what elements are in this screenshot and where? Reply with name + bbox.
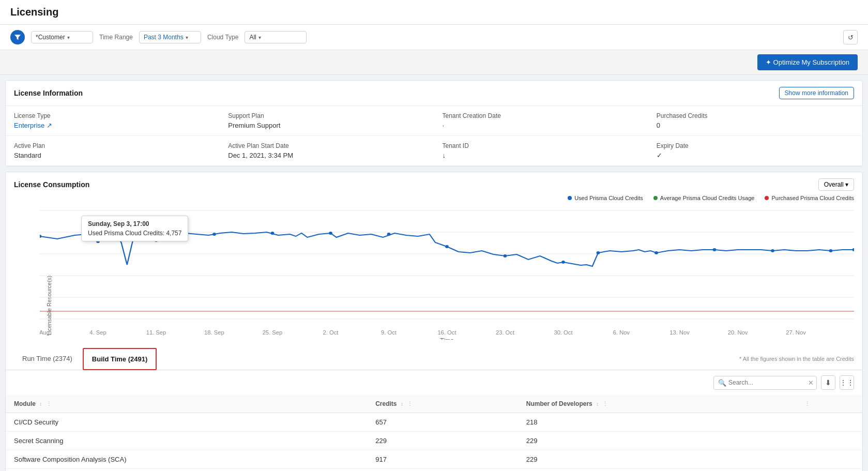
active-plan-start-cell: Active Plan Start Date Dec 1, 2021, 3:34… [220, 136, 434, 166]
svg-text:20. Nov: 20. Nov [728, 330, 748, 336]
svg-text:25. Sep: 25. Sep [263, 330, 283, 336]
svg-point-20 [387, 233, 391, 236]
purchased-credits-legend-dot [765, 196, 769, 200]
active-plan-value: Standard [14, 151, 211, 159]
tooltip-title: Sunday, Sep 3, 17:00 [88, 220, 181, 227]
svg-text:4. Sep: 4. Sep [89, 330, 106, 336]
svg-point-22 [504, 254, 507, 257]
svg-point-17 [212, 233, 216, 236]
developers-cell: 229 [518, 469, 795, 472]
svg-text:28. Aug: 28. Aug [40, 330, 50, 336]
chart-header: License Consumption Overall ▾ [6, 172, 862, 191]
download-button[interactable]: ⬇ [821, 375, 835, 390]
extra-column-header: ⋮ [794, 395, 862, 413]
search-clear-icon[interactable]: ✕ [808, 379, 814, 387]
optimize-bar: ✦ Optimize My Subscription [0, 50, 868, 75]
columns-button[interactable]: ⋮⋮ [840, 375, 854, 390]
reset-button[interactable]: ↺ [843, 30, 858, 44]
cloud-type-select[interactable]: All ▾ [245, 31, 307, 43]
module-sort-icon[interactable]: ↕ [39, 401, 42, 407]
svg-text:23. Oct: 23. Oct [496, 330, 514, 336]
customer-select[interactable]: *Customer ▾ [31, 31, 93, 43]
active-plan-label: Active Plan [14, 142, 211, 149]
build-time-tab[interactable]: Build Time (2491) [83, 348, 157, 370]
svg-point-21 [445, 245, 449, 248]
svg-point-26 [713, 248, 717, 251]
search-input[interactable] [728, 379, 806, 386]
customer-label: *Customer [36, 34, 65, 41]
support-plan-label: Support Plan [228, 112, 425, 119]
enterprise-link[interactable]: Enterprise ↗ [14, 121, 52, 129]
svg-point-19 [329, 232, 332, 235]
customer-caret: ▾ [67, 35, 70, 40]
search-icon: 🔍 [718, 379, 726, 387]
svg-point-18 [271, 232, 275, 235]
table-row: CI/CD Security 657 218 [6, 413, 862, 432]
download-icon: ⬇ [825, 378, 831, 387]
svg-text:16. Oct: 16. Oct [437, 330, 456, 336]
extra-col-resize[interactable]: ⋮ [804, 401, 810, 407]
credits-sort-icon[interactable]: ↕ [401, 401, 403, 407]
purchased-credits-value: 0 [657, 121, 854, 129]
credits-col-resize[interactable]: ⋮ [407, 401, 413, 407]
svg-point-29 [852, 248, 854, 251]
legend-used: Used Prisma Cloud Credits [568, 195, 643, 201]
purchased-credits-legend-label: Purchased Prisma Cloud Credits [771, 195, 854, 201]
credits-cell: 229 [367, 432, 518, 450]
tenant-creation-label: Tenant Creation Date [443, 112, 640, 119]
table-row: Infrastructure as Code (IaC) 688 229 [6, 469, 862, 472]
time-range-select[interactable]: Past 3 Months ▾ [139, 31, 201, 43]
columns-icon: ⋮⋮ [840, 378, 854, 387]
show-more-link[interactable]: Show more information [779, 87, 854, 99]
page-title: Licensing [10, 6, 858, 18]
tenant-id-cell: Tenant ID ↓ [434, 136, 648, 166]
credits-column-header: Credits ↕ ⋮ [367, 395, 518, 413]
license-info-grid: License Type Enterprise ↗ Support Plan P… [6, 106, 862, 166]
legend-purchased: Purchased Prisma Cloud Credits [765, 195, 854, 201]
developers-sort-icon[interactable]: ↕ [596, 401, 599, 407]
purchased-credits-cell: Purchased Credits 0 [648, 106, 862, 136]
svg-point-28 [829, 249, 833, 252]
expiry-date-label: Expiry Date [657, 142, 854, 149]
overall-button[interactable]: Overall ▾ [818, 178, 854, 191]
license-info-title: License Information [14, 89, 83, 97]
module-column-header: Module ↕ ⋮ [6, 395, 367, 413]
run-time-tab[interactable]: Run Time (2374) [14, 348, 81, 370]
chart-area: Sunday, Sep 3, 17:00 Used Prisma Cloud C… [40, 205, 854, 340]
reset-icon: ↺ [848, 34, 854, 41]
active-plan-cell: Active Plan Standard [6, 136, 220, 166]
license-type-cell: License Type Enterprise ↗ [6, 106, 220, 136]
license-info-header: License Information Show more informatio… [6, 81, 862, 106]
extra-cell [794, 413, 862, 432]
purchased-credits-label: Purchased Credits [657, 112, 854, 119]
expiry-date-value: ✓ [657, 151, 854, 159]
credits-cell: 917 [367, 450, 518, 469]
developers-cell: 218 [518, 413, 795, 432]
extra-cell [794, 469, 862, 472]
credits-cell: 657 [367, 413, 518, 432]
expiry-date-cell: Expiry Date ✓ [648, 136, 862, 166]
filter-icon[interactable] [10, 30, 25, 44]
support-plan-cell: Support Plan Premium Support [220, 106, 434, 136]
svg-point-27 [771, 249, 774, 252]
module-cell: Software Composition Analysis (SCA) [6, 450, 367, 469]
svg-text:27. Nov: 27. Nov [786, 330, 806, 336]
page-header: Licensing [0, 0, 868, 25]
developers-col-resize[interactable]: ⋮ [602, 401, 608, 407]
cloud-type-label: Cloud Type [207, 34, 239, 41]
license-type-label: License Type [14, 112, 211, 119]
search-box[interactable]: 🔍 ✕ [713, 376, 817, 390]
svg-text:18. Sep: 18. Sep [204, 330, 224, 336]
module-col-resize[interactable]: ⋮ [46, 401, 52, 407]
optimize-subscription-button[interactable]: ✦ Optimize My Subscription [757, 54, 858, 70]
data-table: Module ↕ ⋮ Credits ↕ ⋮ Number of Develop… [6, 395, 862, 471]
svg-text:6. Nov: 6. Nov [613, 330, 630, 336]
developers-column-header: Number of Developers ↕ ⋮ [518, 395, 795, 413]
active-plan-start-value: Dec 1, 2021, 3:34 PM [228, 151, 425, 159]
table-row: Secret Scanning 229 229 [6, 432, 862, 450]
tenant-id-label: Tenant ID [443, 142, 640, 149]
legend-average: Average Prisma Cloud Credits Usage [653, 195, 755, 201]
table-toolbar: 🔍 ✕ ⬇ ⋮⋮ [6, 370, 862, 395]
tabs-row: Run Time (2374) Build Time (2491) * All … [6, 348, 862, 370]
svg-text:13. Nov: 13. Nov [669, 330, 690, 336]
